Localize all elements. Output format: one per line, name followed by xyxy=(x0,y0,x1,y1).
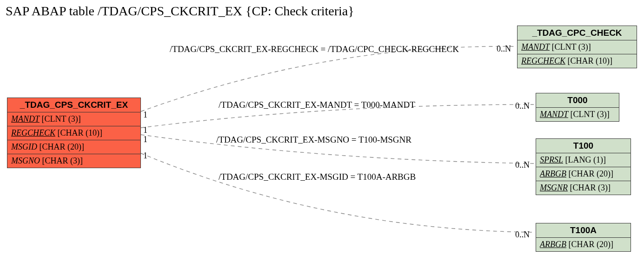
entity-tdag-cps-ckcrit-ex: _TDAG_CPS_CKCRIT_EX MANDT [CLNT (3)] REG… xyxy=(7,98,141,168)
entity-field: MSGNR [CHAR (3)] xyxy=(536,181,631,195)
entity-header: _TDAG_CPS_CKCRIT_EX xyxy=(7,98,140,112)
card-one: 1 xyxy=(143,110,147,120)
entity-header: T000 xyxy=(536,93,619,108)
entity-header: T100 xyxy=(536,139,631,153)
entity-field: MANDT [CLNT (3)] xyxy=(518,40,637,54)
entity-field: REGCHECK [CHAR (10)] xyxy=(518,54,637,68)
entity-tdag-cpc-check: _TDAG_CPC_CHECK MANDT [CLNT (3)] REGCHEC… xyxy=(517,26,637,68)
entity-t100: T100 SPRSL [LANG (1)] ARBGB [CHAR (20)] … xyxy=(536,138,631,195)
relation-mandt: /TDAG/CPS_CKCRIT_EX-MANDT = T000-MANDT xyxy=(219,100,415,110)
page-title: SAP ABAP table /TDAG/CPS_CKCRIT_EX {CP: … xyxy=(6,4,354,19)
entity-t000: T000 MANDT [CLNT (3)] xyxy=(536,93,619,122)
entity-field: ARBGB [CHAR (20)] xyxy=(536,238,631,251)
card-many: 0..N xyxy=(515,160,530,170)
relation-regcheck: /TDAG/CPS_CKCRIT_EX-REGCHECK = /TDAG/CPC… xyxy=(170,44,459,54)
card-one: 1 xyxy=(143,125,147,135)
entity-field: MANDT [CLNT (3)] xyxy=(7,112,140,126)
relation-msgno: /TDAG/CPS_CKCRIT_EX-MSGNO = T100-MSGNR xyxy=(216,135,412,145)
entity-field: REGCHECK [CHAR (10)] xyxy=(7,126,140,140)
card-many: 0..N xyxy=(515,230,530,240)
entity-field: ARBGB [CHAR (20)] xyxy=(536,167,631,181)
card-one: 1 xyxy=(143,135,147,144)
entity-field: MSGNO [CHAR (3)] xyxy=(7,154,140,168)
card-many: 0..N xyxy=(515,101,530,111)
card-one: 1 xyxy=(143,151,147,161)
entity-field: SPRSL [LANG (1)] xyxy=(536,153,631,167)
entity-header: T100A xyxy=(536,223,631,238)
card-many: 0..N xyxy=(497,44,511,54)
entity-header: _TDAG_CPC_CHECK xyxy=(518,26,637,40)
entity-field: MSGID [CHAR (20)] xyxy=(7,140,140,154)
entity-t100a: T100A ARBGB [CHAR (20)] xyxy=(536,223,631,252)
relation-msgid: /TDAG/CPS_CKCRIT_EX-MSGID = T100A-ARBGB xyxy=(219,172,416,182)
entity-field: MANDT [CLNT (3)] xyxy=(536,108,619,121)
